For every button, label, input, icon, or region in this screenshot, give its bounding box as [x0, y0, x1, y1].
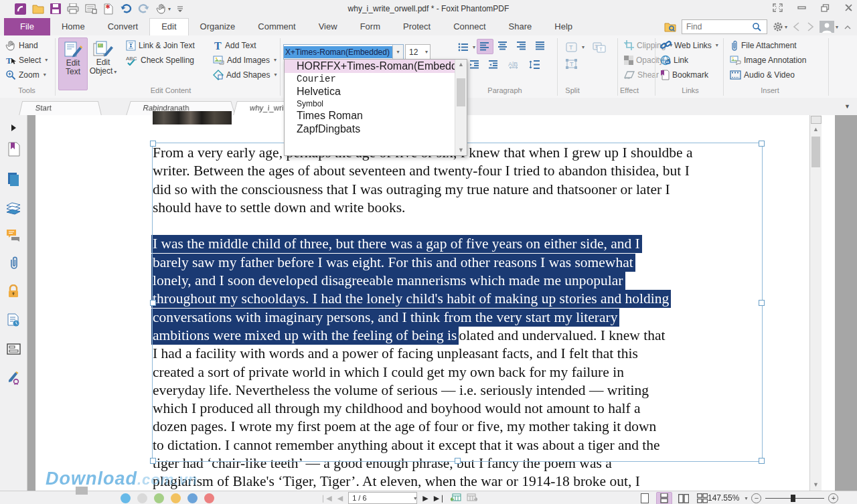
attachments-panel-icon[interactable]	[6, 256, 21, 270]
align-left-button[interactable]	[477, 39, 493, 54]
image-annotation-button[interactable]: Image Annotation	[730, 54, 806, 66]
close-icon[interactable]	[844, 3, 853, 12]
font-option-helvetica[interactable]: Helvetica	[285, 85, 455, 98]
doc-tab-start[interactable]: Start	[19, 101, 102, 116]
next-view-icon[interactable]	[467, 493, 477, 503]
tab-organize[interactable]: Organize	[189, 18, 247, 35]
zoom-slider-handle[interactable]	[791, 495, 795, 502]
link-join-text-button[interactable]: Link & Join Text	[126, 39, 195, 52]
hand-button[interactable]: Hand	[5, 39, 38, 52]
validation-panel-icon[interactable]	[6, 313, 21, 327]
tab-view[interactable]: View	[307, 18, 349, 35]
minimize-icon[interactable]	[797, 3, 806, 12]
page-number-box[interactable]: 1 / 6▾	[348, 492, 417, 504]
edit-text-button[interactable]: Edit Text	[58, 37, 88, 90]
tab-help[interactable]: Help	[543, 18, 584, 35]
align-center-button[interactable]	[495, 39, 511, 53]
next-page-button[interactable]: ▶	[422, 494, 428, 503]
settings-gear-icon[interactable]: ▾	[773, 21, 787, 32]
edit-object-button[interactable]: Edit Object▾	[89, 37, 117, 89]
fields-panel-icon[interactable]	[6, 341, 21, 356]
add-text-button[interactable]: TAdd Text	[213, 39, 256, 52]
font-family-dropdown-button[interactable]: ▾	[392, 45, 403, 59]
tab-list-icon[interactable]: ▼	[844, 103, 850, 110]
fullscreen-icon[interactable]	[773, 3, 783, 12]
indent-left-button[interactable]	[467, 58, 483, 72]
scroll-down-icon[interactable]: ▼	[455, 145, 467, 155]
pages-panel-icon[interactable]	[6, 172, 21, 187]
bookmarks-panel-icon[interactable]	[6, 142, 21, 157]
tab-comment[interactable]: Comment	[246, 18, 307, 35]
last-page-button[interactable]: ▶❘	[434, 494, 446, 503]
font-option-embedded[interactable]: HORFFX+Times-Roman(Embedded)	[285, 60, 455, 73]
shear-button[interactable]: Shear	[624, 68, 659, 81]
search-folder-icon[interactable]	[664, 21, 676, 31]
font-option-zapfdingbats[interactable]: ZapfDingbats	[285, 122, 455, 136]
search-icon[interactable]	[752, 22, 761, 31]
web-links-button[interactable]: Web Links▾	[660, 39, 718, 52]
first-page-button[interactable]: ❘◀	[320, 494, 332, 503]
history-back-icon[interactable]	[793, 22, 801, 32]
zoom-slider[interactable]	[765, 498, 824, 499]
find-input[interactable]	[685, 21, 752, 32]
bullet-list-button[interactable]: ▾	[458, 41, 475, 54]
facing-view-icon[interactable]	[676, 493, 691, 504]
signature-panel-icon[interactable]	[6, 371, 21, 386]
scroll-up-icon[interactable]: ▲	[810, 124, 822, 134]
font-option-courier[interactable]: Courier	[285, 73, 455, 85]
history-forward-icon[interactable]	[806, 22, 814, 32]
document-text[interactable]: From a very early age, perhaps the age o…	[153, 144, 795, 491]
comments-panel-icon[interactable]	[6, 228, 21, 242]
split-view-handle[interactable]	[811, 116, 822, 124]
tab-share[interactable]: Share	[497, 18, 544, 35]
zoom-percentage[interactable]: 147.55%	[708, 493, 739, 503]
account-avatar[interactable]: ▾	[820, 21, 838, 33]
justify-button[interactable]	[533, 39, 548, 53]
zoom-button[interactable]: Zoom▾	[5, 68, 46, 81]
check-spelling-button[interactable]: ABCCheck Spelling	[126, 54, 194, 66]
align-right-button[interactable]	[514, 39, 530, 53]
merge-text-button[interactable]: TT	[593, 41, 606, 54]
chevron-down-icon[interactable]: ▾	[745, 495, 747, 501]
split-object-button[interactable]: T	[566, 58, 578, 70]
add-images-button[interactable]: Add Images▾	[213, 54, 277, 66]
zoom-out-button[interactable]: −	[751, 493, 761, 503]
tab-connect[interactable]: Connect	[442, 18, 497, 35]
previous-page-button[interactable]: ◀	[337, 494, 343, 503]
layers-panel-icon[interactable]	[6, 201, 21, 216]
add-shapes-button[interactable]: Add Shapes▾	[213, 68, 277, 81]
security-panel-icon[interactable]	[6, 284, 21, 299]
line-spacing-button[interactable]	[526, 58, 542, 72]
font-option-times-roman[interactable]: Times Roman	[285, 109, 455, 122]
font-family-combobox[interactable]: X+Times-Roman(Embedded) ▾	[283, 44, 404, 60]
tab-convert[interactable]: Convert	[96, 18, 150, 35]
collapse-ribbon-icon[interactable]	[844, 22, 852, 31]
scrollbar-thumb[interactable]	[457, 78, 465, 106]
font-option-symbol[interactable]: Symbol	[285, 98, 455, 109]
vertical-scrollbar[interactable]: ▲ ▼	[809, 115, 822, 491]
decrease-indent-button[interactable]	[486, 58, 501, 72]
select-button[interactable]: TSelect▾	[5, 54, 48, 66]
bookmark-button[interactable]: Bookmark	[660, 68, 708, 81]
previous-view-icon[interactable]	[451, 493, 461, 503]
scrollbar-thumb[interactable]	[811, 137, 820, 167]
tab-edit[interactable]: Edit	[149, 18, 188, 35]
scroll-up-icon[interactable]: ▲	[455, 60, 467, 70]
font-size-combobox[interactable]: 12 ▾	[405, 44, 431, 60]
file-attachment-button[interactable]: File Attachment	[730, 39, 797, 52]
tab-protect[interactable]: Protect	[392, 18, 442, 35]
pdf-page[interactable]: From a very early age, perhaps the age o…	[35, 115, 835, 491]
expand-panel-icon[interactable]	[6, 120, 21, 135]
tab-form[interactable]: Form	[349, 18, 392, 35]
zoom-in-button[interactable]: +	[828, 493, 838, 503]
single-page-view-icon[interactable]	[637, 493, 652, 504]
dropdown-scrollbar[interactable]: ▲ ▼	[455, 60, 467, 155]
restore-icon[interactable]	[821, 3, 830, 12]
tab-home[interactable]: Home	[50, 18, 96, 35]
scroll-down-icon[interactable]: ▼	[810, 480, 822, 489]
tab-file[interactable]: File	[4, 18, 50, 35]
character-spacing-button[interactable]: A|B	[506, 58, 522, 72]
continuous-view-icon[interactable]	[656, 492, 672, 504]
split-text-button[interactable]: T▾	[566, 41, 585, 54]
link-button[interactable]: Link	[660, 54, 688, 66]
